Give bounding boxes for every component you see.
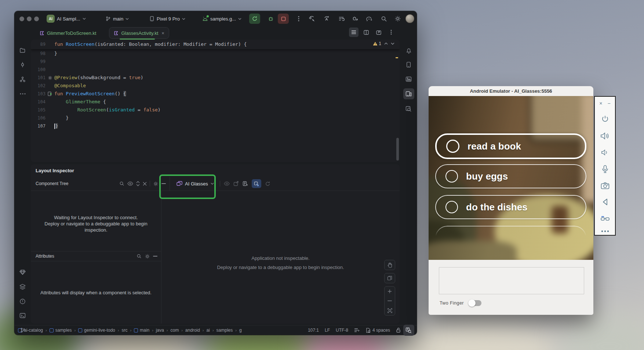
back-button[interactable]: [601, 198, 609, 206]
dependencies-tool-button[interactable]: [17, 267, 28, 278]
vcs-branch-widget[interactable]: main: [105, 16, 129, 22]
editor-list-view-button[interactable]: [349, 27, 359, 37]
project-widget[interactable]: AI AI Sampl...: [47, 15, 86, 23]
search-everywhere-button[interactable]: [378, 14, 389, 24]
device-manager-button[interactable]: [403, 59, 414, 70]
microphone-button[interactable]: [601, 165, 609, 174]
two-finger-toggle[interactable]: [469, 300, 481, 306]
expand-collapse-icon[interactable]: [136, 181, 140, 186]
attributes-settings-icon[interactable]: [145, 254, 150, 259]
reader-mode-icon[interactable]: [354, 328, 360, 332]
apply-code-changes-button[interactable]: [336, 14, 347, 24]
zoom-to-fit-button[interactable]: [385, 306, 395, 315]
attributes-hide-icon[interactable]: [153, 256, 157, 257]
code-line[interactable]: 104 GlimmerTheme {: [31, 98, 400, 106]
resource-manager-button[interactable]: [403, 74, 414, 85]
3d-mode-button[interactable]: [385, 273, 395, 283]
hide-panel-icon[interactable]: [161, 183, 166, 184]
live-updates-toggle[interactable]: [252, 179, 261, 188]
apply-changes-button[interactable]: [321, 14, 332, 24]
task-pill[interactable]: do the dishes: [435, 195, 586, 219]
volume-up-button[interactable]: [600, 132, 610, 140]
build-tool-button[interactable]: [17, 281, 28, 292]
breadcrumb-item[interactable]: android: [185, 328, 200, 333]
detach-editor-button[interactable]: [374, 27, 383, 37]
attributes-search-icon[interactable]: [137, 254, 142, 259]
version-control-tool-button[interactable]: [17, 325, 28, 336]
minimize-window-button[interactable]: [27, 16, 32, 21]
tab-glassesactivity[interactable]: GlassesActivity.kt ×: [109, 27, 168, 38]
preview-gutter-icon[interactable]: [46, 92, 54, 96]
caret-position[interactable]: 107:1: [308, 328, 319, 333]
debug-button[interactable]: [265, 14, 276, 24]
zoom-window-button[interactable]: [34, 16, 39, 21]
glasses-button[interactable]: [600, 214, 610, 222]
code-line[interactable]: 107}: [31, 122, 400, 130]
project-tool-button[interactable]: [17, 45, 28, 56]
breadcrumb-item[interactable]: com: [170, 328, 179, 333]
code-line[interactable]: 99: [31, 58, 400, 66]
editor-options-button[interactable]: [386, 27, 396, 37]
task-pill[interactable]: read a book: [435, 133, 586, 159]
process-picker[interactable]: AI Glasses: [177, 181, 214, 187]
structure-tool-button[interactable]: [17, 74, 28, 85]
task-pill[interactable]: buy eggs: [435, 164, 586, 188]
code-editor[interactable]: 89 fun RootScreen(isGranted: Boolean, mo…: [31, 40, 400, 162]
tab-glimmertodoscreen[interactable]: GlimmerToDoScreen.kt: [35, 27, 101, 38]
breadcrumb-item[interactable]: src: [121, 328, 127, 333]
breadcrumb-item[interactable]: g: [239, 328, 242, 333]
code-line[interactable]: 101@Preview(showBackground = true): [31, 74, 400, 82]
emulator-screen[interactable]: read a bookbuy eggsdo the dishes: [429, 96, 593, 260]
more-actions-button[interactable]: [293, 14, 304, 24]
tree-search-icon[interactable]: [119, 181, 124, 186]
pan-tool-button[interactable]: [385, 260, 395, 270]
run-configuration-selector[interactable]: samples.g...: [202, 16, 241, 22]
zoom-in-button[interactable]: [385, 287, 395, 296]
split-editor-button[interactable]: [361, 27, 371, 37]
emulator-minimize-button[interactable]: −: [608, 100, 611, 106]
line-separator[interactable]: LF: [325, 328, 330, 333]
task-pill-partial[interactable]: [435, 226, 586, 250]
inspections-widget[interactable]: 1: [373, 41, 394, 46]
code-line[interactable]: 106 }: [31, 114, 400, 122]
breadcrumb-item[interactable]: ai: [207, 328, 210, 333]
layout-inspector-button[interactable]: [403, 325, 414, 336]
view-options-icon[interactable]: [224, 181, 230, 186]
device-selector[interactable]: Pixel 9 Pro: [149, 16, 185, 22]
prev-issue-icon[interactable]: [384, 43, 388, 45]
code-line[interactable]: 105 RootScreen(isGranted = false): [31, 106, 400, 114]
gradle-sync-button[interactable]: [364, 14, 375, 24]
breadcrumb-item[interactable]: main: [134, 328, 149, 333]
close-tab-icon[interactable]: ×: [161, 30, 164, 36]
breadcrumb-item[interactable]: java: [156, 328, 164, 333]
refresh-icon[interactable]: [265, 181, 270, 187]
commit-tool-button[interactable]: [17, 59, 28, 70]
problems-tool-button[interactable]: [17, 296, 28, 307]
app-inspection-button[interactable]: [403, 103, 414, 114]
user-avatar[interactable]: [405, 14, 414, 23]
file-encoding[interactable]: UTF-8: [336, 328, 348, 333]
import-snapshot-icon[interactable]: [243, 181, 248, 186]
export-snapshot-icon[interactable]: [233, 181, 239, 186]
terminal-tool-button[interactable]: [17, 310, 28, 321]
sticky-line[interactable]: 89 fun RootScreen(isGranted: Boolean, mo…: [31, 40, 400, 49]
next-issue-icon[interactable]: [391, 43, 394, 45]
stop-button[interactable]: [278, 14, 289, 24]
touchpad-area[interactable]: [439, 267, 584, 294]
close-window-button[interactable]: [19, 16, 24, 21]
code-line[interactable]: 102@Composable: [31, 82, 400, 90]
power-button[interactable]: [601, 115, 610, 124]
breadcrumb-item[interactable]: gemini-live-todo: [78, 328, 115, 333]
settings-button[interactable]: [392, 14, 403, 24]
rerun-button[interactable]: [249, 14, 260, 24]
gear-gutter-icon[interactable]: [46, 75, 54, 80]
volume-down-button[interactable]: [601, 148, 609, 156]
warning-stripe-mark[interactable]: [396, 57, 398, 58]
tree-settings-icon[interactable]: [153, 181, 159, 187]
more-options-button[interactable]: [601, 230, 609, 232]
lock-icon[interactable]: [396, 328, 401, 333]
tree-view-options-icon[interactable]: [127, 181, 133, 186]
breadcrumb-item[interactable]: samples: [50, 328, 72, 333]
editor-scrollbar[interactable]: [396, 138, 399, 161]
more-tools-button[interactable]: [17, 88, 28, 99]
